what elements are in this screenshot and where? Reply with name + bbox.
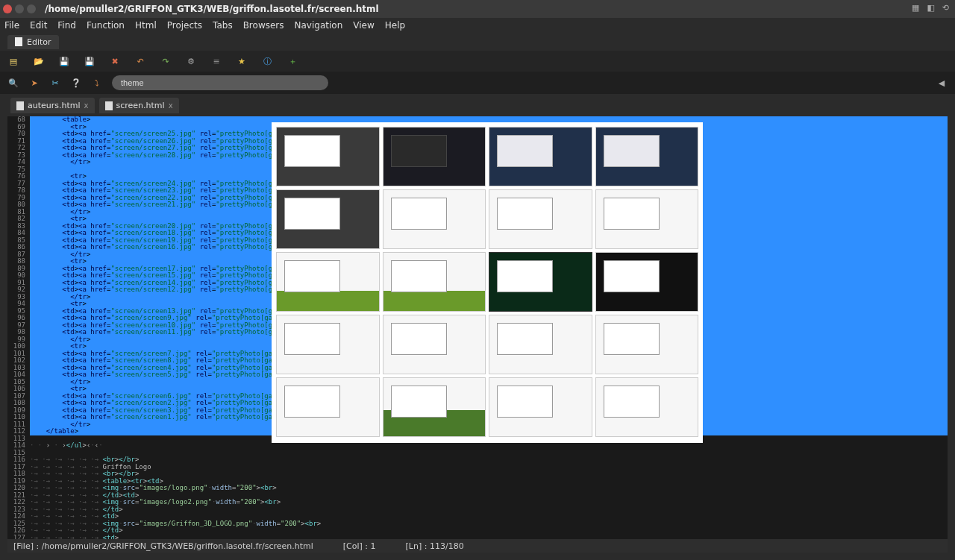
menu-projects[interactable]: Projects bbox=[167, 20, 202, 31]
file-tab-label: auteurs.html bbox=[28, 101, 81, 110]
preview-thumbnail[interactable] bbox=[383, 315, 486, 374]
menu-function[interactable]: Function bbox=[87, 20, 125, 31]
redo-icon[interactable]: ↷ bbox=[160, 55, 172, 67]
system-tray: ▦ ◧ ⟲ bbox=[912, 3, 949, 13]
cut-icon[interactable]: ✂ bbox=[49, 77, 61, 89]
status-col: [Col] : 1 bbox=[343, 541, 376, 551]
tray-icon[interactable]: ⟲ bbox=[942, 3, 949, 13]
preview-thumbnail[interactable] bbox=[276, 189, 380, 249]
minimize-icon[interactable] bbox=[15, 4, 24, 13]
undo-icon[interactable]: ↶ bbox=[134, 55, 146, 67]
menu-edit[interactable]: Edit bbox=[30, 20, 47, 31]
expand-icon[interactable]: ◀ bbox=[936, 77, 948, 89]
menu-file[interactable]: File bbox=[4, 20, 19, 31]
menu-browsers[interactable]: Browsers bbox=[243, 20, 284, 31]
bookmark-icon[interactable]: ★ bbox=[236, 55, 248, 67]
help-icon[interactable]: ❔ bbox=[70, 77, 82, 89]
document-icon bbox=[15, 37, 22, 46]
preview-thumbnail[interactable] bbox=[595, 127, 699, 186]
menu-find[interactable]: Find bbox=[57, 20, 76, 31]
arrow-right-icon[interactable]: ➤ bbox=[28, 77, 40, 89]
preview-thumbnail[interactable] bbox=[595, 315, 699, 374]
search-input[interactable] bbox=[112, 75, 328, 90]
open-file-icon[interactable]: 📂 bbox=[33, 55, 45, 67]
preview-thumbnail[interactable] bbox=[276, 377, 380, 437]
toolbar-main: ▤ 📂 💾 💾 ✖ ↶ ↷ ⚙ ≡ ★ ⓘ ＋ bbox=[0, 51, 955, 72]
preview-thumbnail[interactable] bbox=[489, 315, 592, 374]
window-titlebar: /home/pmuller2/GRIFFON_GTK3/WEB/griffon.… bbox=[0, 0, 955, 18]
preview-thumbnail[interactable] bbox=[595, 377, 699, 437]
save-icon[interactable]: 💾 bbox=[58, 55, 70, 67]
preview-thumbnail[interactable] bbox=[383, 252, 486, 312]
down-arrow-icon[interactable]: ⤵ bbox=[91, 77, 103, 89]
new-file-icon[interactable]: ▤ bbox=[7, 55, 19, 67]
indent-icon[interactable]: ≡ bbox=[210, 55, 222, 67]
menu-tabs[interactable]: Tabs bbox=[213, 20, 233, 31]
search-icon[interactable]: 🔍 bbox=[7, 77, 19, 89]
help-icon[interactable]: ⓘ bbox=[261, 55, 273, 67]
preview-thumbnail[interactable] bbox=[276, 315, 380, 374]
file-tab[interactable]: auteurs.html x bbox=[10, 98, 95, 113]
file-tab[interactable]: screen.html x bbox=[99, 98, 179, 113]
preview-thumbnail[interactable] bbox=[489, 189, 592, 249]
preview-thumbnail[interactable] bbox=[276, 127, 380, 186]
menu-view[interactable]: View bbox=[353, 20, 374, 31]
preview-thumbnail[interactable] bbox=[489, 377, 592, 437]
menu-navigation[interactable]: Navigation bbox=[295, 20, 343, 31]
status-file: [File] : /home/pmuller2/GRIFFON_GTK3/WEB… bbox=[13, 541, 313, 551]
html-file-icon bbox=[16, 101, 24, 110]
preview-thumbnail[interactable] bbox=[595, 189, 699, 249]
preview-thumbnail[interactable] bbox=[383, 189, 486, 249]
menubar: File Edit Find Function Html Projects Ta… bbox=[0, 18, 955, 33]
preview-thumbnail[interactable] bbox=[595, 252, 699, 312]
close-tab-icon[interactable]: x bbox=[169, 101, 173, 110]
window-title: /home/pmuller2/GRIFFON_GTK3/WEB/griffon.… bbox=[45, 4, 379, 14]
save-all-icon[interactable]: 💾 bbox=[84, 55, 96, 67]
statusbar: [File] : /home/pmuller2/GRIFFON_GTK3/WEB… bbox=[7, 539, 948, 553]
file-tab-label: screen.html bbox=[116, 101, 165, 110]
menu-html[interactable]: Html bbox=[135, 20, 157, 31]
maximize-icon[interactable] bbox=[27, 4, 36, 13]
preview-gallery bbox=[272, 122, 703, 443]
toolbar-search: 🔍 ➤ ✂ ❔ ⤵ ◀ bbox=[0, 72, 955, 94]
preview-thumbnail[interactable] bbox=[383, 377, 486, 437]
tool-icon[interactable]: ✖ bbox=[109, 55, 121, 67]
preview-thumbnail[interactable] bbox=[489, 127, 592, 186]
mode-tab-editor[interactable]: Editor bbox=[7, 35, 59, 49]
preview-thumbnail[interactable] bbox=[489, 252, 592, 312]
mode-tab-label: Editor bbox=[27, 37, 51, 47]
tray-icon[interactable]: ▦ bbox=[912, 3, 919, 13]
tray-icon[interactable]: ◧ bbox=[927, 3, 934, 13]
add-icon[interactable]: ＋ bbox=[286, 55, 298, 67]
file-tab-strip: auteurs.html x screen.html x bbox=[0, 94, 955, 113]
preview-thumbnail[interactable] bbox=[383, 127, 486, 186]
html-file-icon bbox=[105, 101, 113, 110]
settings-icon[interactable]: ⚙ bbox=[185, 55, 197, 67]
mode-tab-row: Editor bbox=[0, 33, 955, 51]
preview-thumbnail[interactable] bbox=[276, 252, 380, 312]
close-icon[interactable] bbox=[3, 4, 12, 13]
close-tab-icon[interactable]: x bbox=[84, 101, 89, 110]
status-ln: [Ln] : 113/180 bbox=[406, 541, 464, 551]
menu-help[interactable]: Help bbox=[385, 20, 405, 31]
